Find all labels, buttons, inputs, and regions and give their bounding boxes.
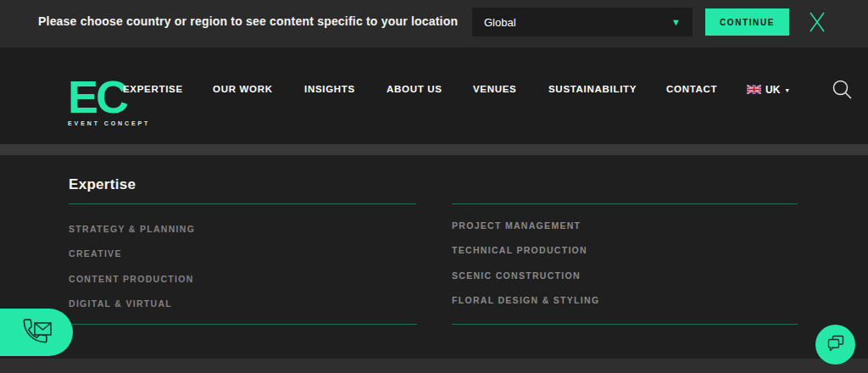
nav-item-about-us[interactable]: ABOUT US (387, 84, 442, 94)
region-banner-message: Please choose country or region to see c… (38, 14, 458, 28)
contact-fab[interactable] (0, 309, 73, 356)
nav-item-expertise[interactable]: EXPERTISE (123, 84, 183, 94)
logo-wordmark: EVENT CONCEPT (68, 120, 150, 126)
phone-envelope-icon (20, 317, 54, 348)
divider (69, 203, 416, 204)
page: Please choose country or region to see c… (0, 0, 868, 373)
page-background-strip-bottom (0, 359, 868, 373)
menu-item-digital-virtual[interactable]: DIGITAL & VIRTUAL (69, 298, 172, 309)
nav-item-contact[interactable]: CONTACT (666, 84, 717, 94)
divider (72, 324, 417, 325)
continue-button[interactable]: CONTINUE (705, 8, 789, 36)
chat-bubbles-icon (826, 333, 846, 357)
expertise-megamenu: Expertise STRATEGY & PLANNING CREATIVE C… (0, 155, 868, 359)
chevron-down-icon: ▼ (671, 17, 681, 27)
menu-item-scenic-construction[interactable]: SCENIC CONSTRUCTION (452, 270, 581, 281)
menu-item-technical-production[interactable]: TECHNICAL PRODUCTION (452, 245, 587, 255)
menu-item-strategy-planning[interactable]: STRATEGY & PLANNING (69, 224, 195, 234)
region-select[interactable]: Global ▼ (472, 8, 693, 36)
locale-selector[interactable]: UK ▼ (747, 82, 790, 97)
locale-code: UK (765, 84, 780, 96)
chevron-down-icon: ▼ (784, 87, 790, 93)
divider (452, 203, 798, 204)
divider (452, 324, 798, 325)
megamenu-title: Expertise (69, 176, 136, 193)
nav-item-our-work[interactable]: OUR WORK (213, 84, 273, 94)
close-icon[interactable] (805, 10, 829, 34)
menu-item-floral-design-styling[interactable]: FLORAL DESIGN & STYLING (452, 295, 599, 305)
nav-item-venues[interactable]: VENUES (473, 84, 517, 94)
page-background-strip-top (0, 144, 868, 155)
menu-item-content-production[interactable]: CONTENT PRODUCTION (69, 274, 194, 284)
menu-item-creative[interactable]: CREATIVE (69, 248, 122, 259)
main-navbar: EC EVENT CONCEPT EXPERTISE OUR WORK INSI… (0, 47, 868, 144)
uk-flag-icon (747, 82, 761, 97)
nav-item-sustainability[interactable]: SUSTAINABILITY (548, 84, 637, 94)
region-select-value: Global (484, 16, 516, 29)
region-banner: Please choose country or region to see c… (0, 0, 868, 47)
chat-fab[interactable] (815, 325, 855, 365)
search-icon[interactable] (831, 78, 854, 102)
menu-item-project-management[interactable]: PROJECT MANAGEMENT (452, 220, 581, 231)
nav-item-insights[interactable]: INSIGHTS (304, 84, 355, 94)
